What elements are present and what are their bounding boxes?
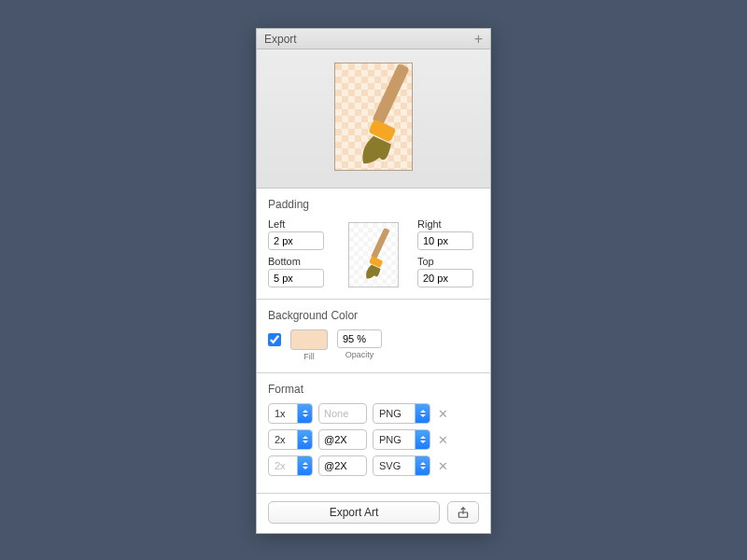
export-button[interactable]: Export Art <box>268 501 440 524</box>
paintbrush-icon <box>343 58 427 179</box>
padding-preview <box>348 222 399 287</box>
fill-swatch[interactable] <box>290 329 328 350</box>
scale-select[interactable]: 2x <box>268 455 313 476</box>
export-panel: Export + Padding Left <box>256 28 491 534</box>
padding-top-input[interactable] <box>417 269 473 287</box>
format-row: 2x PNG ✕ <box>268 429 479 450</box>
svg-rect-0 <box>372 63 409 126</box>
paintbrush-icon <box>351 225 403 287</box>
padding-title: Padding <box>268 198 479 211</box>
padding-right-label: Right <box>417 218 479 230</box>
remove-row-icon[interactable]: ✕ <box>436 459 450 473</box>
footer: Export Art <box>257 494 490 533</box>
preview-area <box>257 49 490 189</box>
svg-rect-2 <box>371 228 389 259</box>
suffix-input[interactable] <box>318 429 367 450</box>
opacity-label: Opacity <box>345 350 374 359</box>
filetype-select[interactable]: PNG <box>373 429 430 450</box>
chevron-updown-icon <box>297 456 312 475</box>
format-row: 1x PNG ✕ <box>268 403 479 424</box>
fill-label: Fill <box>303 352 315 361</box>
remove-row-icon[interactable]: ✕ <box>436 407 450 421</box>
export-preview <box>334 63 413 171</box>
suffix-input[interactable] <box>318 455 367 476</box>
share-icon <box>457 506 470 519</box>
format-section: Format 1x PNG ✕ 2x PNG ✕ <box>257 373 490 494</box>
panel-title: Export <box>264 33 297 46</box>
scale-select[interactable]: 2x <box>268 429 313 450</box>
share-button[interactable] <box>447 501 479 524</box>
background-title: Background Color <box>268 309 479 322</box>
padding-left-input[interactable] <box>268 231 324 250</box>
background-section: Background Color Fill Opacity <box>257 300 490 373</box>
background-enable-checkbox[interactable] <box>268 333 281 346</box>
remove-row-icon[interactable]: ✕ <box>436 433 450 447</box>
chevron-updown-icon <box>297 430 312 449</box>
titlebar: Export + <box>257 29 490 49</box>
format-row: 2x SVG ✕ <box>268 455 479 476</box>
chevron-updown-icon <box>297 404 312 423</box>
padding-bottom-input[interactable] <box>268 269 324 287</box>
opacity-input[interactable] <box>337 329 382 348</box>
filetype-select[interactable]: SVG <box>373 455 430 476</box>
add-icon[interactable]: + <box>474 32 483 47</box>
format-title: Format <box>268 383 479 396</box>
chevron-updown-icon <box>415 404 430 423</box>
padding-bottom-label: Bottom <box>268 256 330 267</box>
padding-section: Padding Left Right Bottom <box>257 189 490 300</box>
chevron-updown-icon <box>415 456 430 475</box>
suffix-input[interactable] <box>318 403 367 424</box>
padding-right-input[interactable] <box>417 231 473 250</box>
padding-left-label: Left <box>268 218 330 230</box>
scale-select[interactable]: 1x <box>268 403 313 424</box>
padding-top-label: Top <box>417 256 479 267</box>
filetype-select[interactable]: PNG <box>373 403 430 424</box>
chevron-updown-icon <box>415 430 430 449</box>
